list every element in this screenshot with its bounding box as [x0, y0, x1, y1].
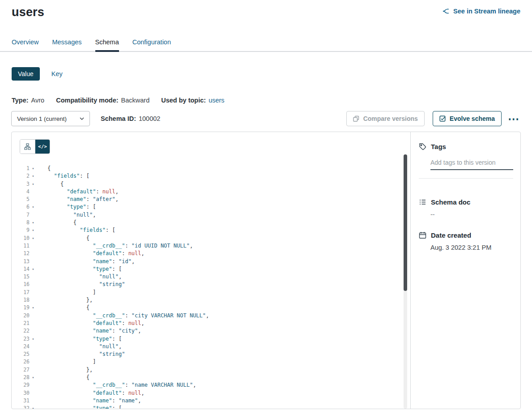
- fold-arrow-icon[interactable]: ▾: [30, 265, 37, 273]
- compatibility-meta: Compatibility mode: Backward: [56, 97, 149, 104]
- code-text: ]: [37, 289, 96, 296]
- fold-arrow-icon[interactable]: ▾: [30, 165, 37, 172]
- version-select-value: Version 1 (current): [17, 115, 67, 122]
- fold-spacer: [30, 289, 37, 296]
- line-number: 6: [12, 203, 30, 211]
- fold-arrow-icon[interactable]: ▾: [30, 203, 37, 211]
- code-text: "null",: [37, 273, 122, 281]
- version-select[interactable]: Version 1 (current): [11, 111, 90, 126]
- value-key-toggle: Value Key: [0, 67, 532, 81]
- date-created-header: Date created: [419, 231, 513, 239]
- fold-spacer: [30, 358, 37, 366]
- tag-icon: [419, 143, 426, 150]
- tab-overview[interactable]: Overview: [12, 38, 38, 51]
- sidebar-divider: [419, 178, 513, 179]
- tags-section-header: Tags: [419, 143, 513, 150]
- tab-schema[interactable]: Schema: [95, 38, 119, 51]
- line-number: 25: [12, 350, 30, 358]
- code-text: {: [37, 180, 64, 188]
- fold-arrow-icon[interactable]: ▾: [30, 405, 37, 409]
- line-number: 5: [12, 196, 30, 203]
- list-icon: [419, 198, 426, 206]
- line-number: 7: [12, 211, 30, 219]
- line-number: 15: [12, 273, 30, 281]
- code-line: 10▾ {: [12, 235, 410, 242]
- code-line: 25 "string": [12, 350, 410, 358]
- line-number: 3: [12, 180, 30, 188]
- line-number: 16: [12, 281, 30, 288]
- code-text: "null",: [37, 343, 122, 350]
- code-text: "type": [: [37, 265, 122, 273]
- code-line: 27 },: [12, 366, 410, 374]
- topic-link[interactable]: users: [209, 97, 224, 104]
- code-line: 20 "__crdb__": "city VARCHAR NOT NULL",: [12, 312, 410, 320]
- fold-spacer: [30, 258, 37, 265]
- code-line: 16 "string": [12, 281, 410, 288]
- code-text: "string": [37, 350, 125, 358]
- chevron-down-icon: [80, 117, 84, 120]
- type-meta: Type: Avro: [12, 97, 44, 104]
- fold-spacer: [30, 397, 37, 405]
- line-number: 22: [12, 327, 30, 335]
- fold-arrow-icon[interactable]: ▾: [30, 172, 37, 180]
- more-options-button[interactable]: ⋯: [506, 116, 521, 121]
- fold-spacer: [30, 273, 37, 281]
- add-tags-input[interactable]: [430, 157, 513, 170]
- stream-lineage-label: See in Stream lineage: [453, 8, 520, 15]
- schema-id-value: 100002: [139, 115, 160, 122]
- fold-spacer: [30, 320, 37, 327]
- line-number: 13: [12, 258, 30, 265]
- code-text: "default": null,: [37, 250, 145, 257]
- vertical-scrollbar[interactable]: [404, 154, 407, 409]
- fold-arrow-icon[interactable]: ▾: [30, 219, 37, 226]
- evolve-schema-button[interactable]: Evolve schema: [433, 111, 502, 126]
- schema-card: </> 1▾{2▾ "fields": [3▾ {4 "default": nu…: [11, 132, 521, 409]
- tree-view-button[interactable]: [20, 140, 35, 154]
- code-line: 9▾ "fields": [: [12, 226, 410, 234]
- code-view-button[interactable]: </>: [35, 140, 50, 154]
- code-line: 22 "name": "city",: [12, 327, 410, 335]
- date-created-value: Aug. 3 2022 3:21 PM: [430, 244, 513, 251]
- fold-arrow-icon[interactable]: ▾: [30, 180, 37, 188]
- code-text: {: [37, 235, 89, 242]
- code-text: "fields": [: [37, 172, 89, 180]
- code-line: 21 "default": null,: [12, 320, 410, 327]
- stream-lineage-link[interactable]: See in Stream lineage: [443, 8, 520, 15]
- code-text: "type": [: [37, 335, 122, 343]
- code-text: "null",: [37, 211, 96, 219]
- tab-configuration[interactable]: Configuration: [132, 38, 171, 51]
- code-line: 26 ]: [12, 358, 410, 366]
- fold-spacer: [30, 242, 37, 250]
- line-number: 26: [12, 358, 30, 366]
- code-line: 2▾ "fields": [: [12, 172, 410, 180]
- line-number: 9: [12, 226, 30, 234]
- code-view-icon: </>: [38, 144, 47, 149]
- evolve-schema-icon: [439, 115, 446, 122]
- fold-arrow-icon[interactable]: ▾: [30, 335, 37, 343]
- scrollbar-thumb[interactable]: [404, 154, 407, 291]
- code-text: "__crdb__": "name VARCHAR NULL",: [37, 381, 196, 389]
- schema-doc-value: --: [430, 211, 513, 218]
- code-line: 30 "default": null,: [12, 389, 410, 397]
- fold-arrow-icon[interactable]: ▾: [30, 226, 37, 234]
- schema-doc-section: Schema doc --: [419, 198, 513, 218]
- compare-versions-button[interactable]: Compare versions: [346, 111, 425, 126]
- code-text: ]: [37, 358, 96, 366]
- schema-page: users See in Stream lineage Overview Mes…: [0, 0, 532, 410]
- code-text: },: [37, 366, 93, 374]
- code-text: "__crdb__": "city VARCHAR NOT NULL",: [37, 312, 209, 320]
- fold-arrow-icon[interactable]: ▾: [30, 374, 37, 381]
- value-toggle-button[interactable]: Value: [12, 67, 40, 81]
- fold-arrow-icon[interactable]: ▾: [30, 304, 37, 312]
- fold-spacer: [30, 250, 37, 257]
- code-text: {: [37, 304, 89, 312]
- line-number: 29: [12, 381, 30, 389]
- code-line: 18 },: [12, 296, 410, 304]
- line-number: 32: [12, 405, 30, 409]
- line-number: 30: [12, 389, 30, 397]
- fold-arrow-icon[interactable]: ▾: [30, 235, 37, 242]
- tab-messages[interactable]: Messages: [52, 38, 81, 51]
- code-line: 8▾ {: [12, 219, 410, 226]
- key-toggle-button[interactable]: Key: [51, 70, 63, 77]
- line-number: 27: [12, 366, 30, 374]
